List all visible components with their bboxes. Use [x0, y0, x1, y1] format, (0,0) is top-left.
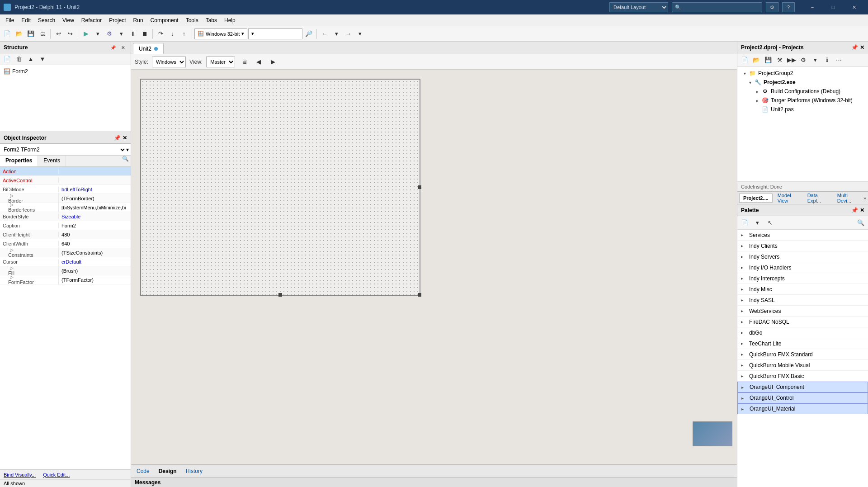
browse-button[interactable]: 🔎	[303, 28, 314, 39]
oi-val-caption[interactable]: Form2	[59, 223, 131, 228]
build-dropdown[interactable]: ▾	[116, 28, 127, 39]
projects-close[interactable]: ✕	[860, 44, 864, 51]
oi-row-formfactor[interactable]: ▷ FormFactor (TFormFactor)	[0, 275, 131, 284]
oi-val-bordericons[interactable]: [biSystemMenu,biMinimize,bi	[59, 205, 131, 210]
form-canvas[interactable]	[140, 79, 420, 296]
tp-expand-icon[interactable]: ▸	[754, 98, 761, 103]
struct-new[interactable]: 📄	[2, 54, 13, 65]
resize-handle-bm[interactable]	[278, 293, 282, 297]
pg2-expand-icon[interactable]: ▾	[741, 71, 748, 76]
oi-val-borderstyle[interactable]: Sizeable	[59, 214, 131, 219]
oi-tab-events[interactable]: Events	[38, 156, 66, 166]
menu-tabs[interactable]: Tabs	[202, 15, 221, 25]
constraints-expand-icon[interactable]: ▷	[8, 247, 15, 252]
bc-expand-icon[interactable]: ▸	[754, 89, 761, 94]
palette-orangeui-control[interactable]: OrangeUI_Control	[737, 392, 868, 403]
oi-val-clientheight[interactable]: 480	[59, 232, 131, 237]
ptab-dataexpl[interactable]: Data Expl...	[803, 191, 832, 205]
oi-row-bidimode[interactable]: BiDiMode bdLeftToRight	[0, 185, 131, 194]
forward-dropdown[interactable]: ▾	[354, 28, 365, 39]
proj-build-all[interactable]: ⚒	[774, 55, 785, 66]
designer-btn2[interactable]: ◀	[253, 57, 264, 67]
oi-val-bidimode[interactable]: bdLeftToRight	[59, 187, 131, 192]
structure-close[interactable]: ✕	[119, 43, 127, 52]
build-button[interactable]: ⚙	[104, 28, 115, 39]
proj-open[interactable]: 📂	[751, 55, 762, 66]
back-button[interactable]: ←	[319, 28, 330, 39]
global-search[interactable]: 🔍	[672, 2, 762, 12]
oi-row-cursor[interactable]: Cursor crDefault	[0, 257, 131, 266]
proj-more2[interactable]: ⋯	[833, 55, 844, 66]
p2exe-expand-icon[interactable]: ▾	[746, 80, 754, 85]
resize-handle-br[interactable]	[418, 293, 421, 297]
btab-history[interactable]: History	[184, 467, 204, 475]
palette-pin[interactable]: 📌	[851, 207, 858, 213]
palette-select-icon[interactable]: ↖	[764, 217, 775, 228]
menu-refactor[interactable]: Refactor	[78, 15, 105, 25]
oi-row-clientwidth[interactable]: ClientWidth 640	[0, 239, 131, 248]
oi-row-bordericons[interactable]: ▷ BorderIcons [biSystemMenu,biMinimize,b…	[0, 203, 131, 212]
palette-quickburro-standard[interactable]: QuickBurro FMX.Standard	[737, 349, 868, 360]
resize-handle-rm[interactable]	[418, 185, 421, 189]
oi-row-border[interactable]: ▷ Border (TFormBorder)	[0, 194, 131, 203]
view-selector[interactable]: Master	[206, 57, 235, 67]
proj-options[interactable]: ⚙	[798, 55, 809, 66]
palette-close[interactable]: ✕	[860, 207, 864, 213]
form-design-area[interactable]	[131, 70, 737, 464]
menu-edit[interactable]: Edit	[18, 15, 34, 25]
proj-new[interactable]: 📄	[739, 55, 750, 66]
palette-quickburro-mobile[interactable]: QuickBurro Mobile Visual	[737, 360, 868, 371]
new-button[interactable]: 📄	[2, 28, 13, 39]
oi-search-icon[interactable]: 🔍	[122, 156, 129, 166]
help-icon[interactable]: ?	[782, 2, 795, 12]
oi-close[interactable]: ✕	[123, 135, 127, 141]
palette-dbgo[interactable]: dbGo	[737, 327, 868, 338]
menu-run[interactable]: Run	[130, 15, 147, 25]
palette-quickburro-basic[interactable]: QuickBurro FMX.Basic	[737, 371, 868, 382]
palette-teechart[interactable]: TeeChart Lite	[737, 338, 868, 349]
close-button[interactable]: ✕	[844, 0, 864, 14]
pause-button[interactable]: ⏸	[127, 28, 138, 39]
oi-row-caption[interactable]: Caption Form2	[0, 221, 131, 230]
palette-orangeui-material[interactable]: OrangeUI_Material	[737, 403, 868, 414]
oi-val-border[interactable]: (TFormBorder)	[59, 196, 131, 201]
palette-indy-sasl[interactable]: Indy SASL	[737, 295, 868, 306]
btab-code[interactable]: Code	[135, 467, 151, 475]
run-dropdown[interactable]: ▾	[92, 28, 103, 39]
ptab-modelview[interactable]: Model View	[774, 191, 802, 205]
layout-selector[interactable]: Default Layout	[609, 2, 668, 12]
menu-help[interactable]: Help	[221, 15, 239, 25]
ptab-multidev[interactable]: Multi-Devi...	[833, 191, 863, 205]
menu-search[interactable]: Search	[34, 15, 59, 25]
palette-indy-servers[interactable]: Indy Servers	[737, 251, 868, 262]
oi-tab-properties[interactable]: Properties	[0, 156, 38, 166]
designer-btn1[interactable]: 🖥	[239, 57, 250, 67]
menu-project[interactable]: Project	[105, 15, 129, 25]
save-all-button[interactable]: 🗂	[37, 28, 48, 39]
palette-indy-io-handlers[interactable]: Indy I/O Handlers	[737, 262, 868, 273]
palette-indy-intercepts[interactable]: Indy Intercepts	[737, 273, 868, 284]
save-button[interactable]: 💾	[25, 28, 36, 39]
menu-component[interactable]: Component	[147, 15, 182, 25]
tree-project2exe[interactable]: ▾ 🔧 Project2.exe	[739, 78, 866, 87]
menu-view[interactable]: View	[59, 15, 78, 25]
undo-button[interactable]: ↩	[53, 28, 64, 39]
quick-edit-link[interactable]: Quick Edit...	[43, 472, 70, 478]
oi-pin[interactable]: 📌	[114, 135, 121, 141]
open-button[interactable]: 📂	[14, 28, 24, 39]
oi-row-clientheight[interactable]: ClientHeight 480	[0, 230, 131, 239]
proj-run-all[interactable]: ▶▶	[786, 55, 797, 66]
menu-tools[interactable]: Tools	[182, 15, 202, 25]
tree-projectgroup2[interactable]: ▾ 📁 ProjectGroup2	[739, 69, 866, 78]
tree-unit2pas[interactable]: ▸ 📄 Unit2.pas	[739, 105, 866, 114]
back-dropdown[interactable]: ▾	[331, 28, 342, 39]
step-out[interactable]: ↑	[179, 28, 189, 39]
oi-row-constraints[interactable]: ▷ Constraints (TSizeConstraints)	[0, 248, 131, 257]
oi-row-action[interactable]: Action	[0, 167, 131, 176]
designer-btn3[interactable]: ▶	[268, 57, 278, 67]
palette-dropdown[interactable]: ▾	[752, 217, 763, 228]
proj-save[interactable]: 💾	[763, 55, 774, 66]
maximize-button[interactable]: □	[823, 0, 844, 14]
ptab-more[interactable]: »	[863, 195, 866, 201]
oi-val-fill[interactable]: (Brush)	[59, 268, 131, 274]
